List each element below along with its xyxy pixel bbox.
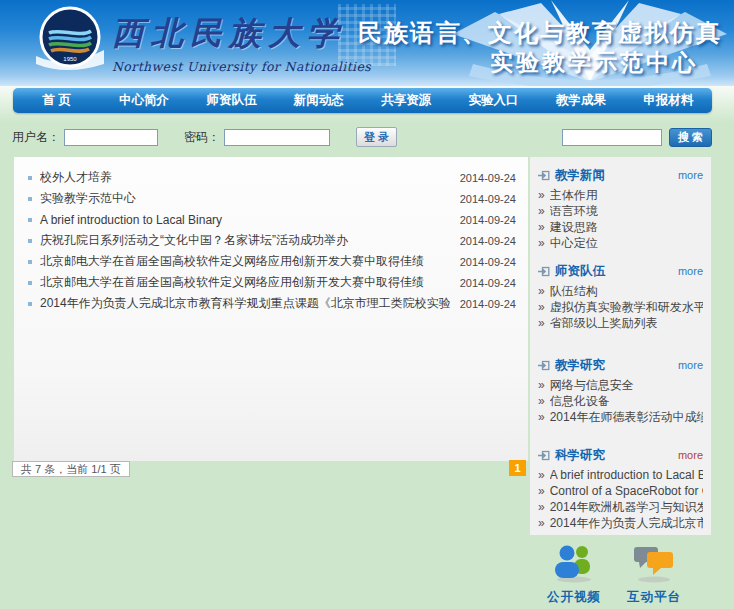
news-item[interactable]: 北京邮电大学在首届全国高校软件定义网络应用创新开发大赛中取得佳绩 2014-09… bbox=[14, 272, 528, 293]
sidebar-link[interactable]: »省部级以上奖励列表 bbox=[538, 315, 703, 331]
news-item-title[interactable]: 校外人才培养 bbox=[40, 169, 450, 186]
news-item-date: 2014-09-24 bbox=[460, 193, 516, 205]
page: 1950 西北民族大学 Northwest University for Nat… bbox=[0, 0, 734, 609]
sidebar-link[interactable]: »A brief introduction to Lacal Bi bbox=[538, 467, 703, 483]
section-header: 教学新闻 more bbox=[538, 167, 703, 183]
main-nav: 首 页 中心简介 师资队伍 新闻动态 共享资源 实验入口 教学成果 申报材料 bbox=[13, 88, 712, 113]
bullet-icon bbox=[28, 239, 32, 243]
university-names: 西北民族大学 Northwest University for National… bbox=[112, 12, 371, 74]
section-icon bbox=[538, 266, 550, 277]
news-item-date: 2014-09-24 bbox=[460, 235, 516, 247]
sidebar: 教学新闻 more »主体作用 »语言环境 »建设思路 »中心定位 师资队伍 m… bbox=[530, 157, 711, 535]
sidebar-link[interactable]: »中心定位 bbox=[538, 235, 703, 251]
sidebar-link[interactable]: »主体作用 bbox=[538, 187, 703, 203]
sidebar-link[interactable]: »2014年作为负责人完成北京市教育科 bbox=[538, 515, 703, 531]
bullet-icon bbox=[28, 260, 32, 264]
sidebar-link[interactable]: »Control of a SpaceRobot for Capt bbox=[538, 483, 703, 499]
news-item-date: 2014-09-24 bbox=[460, 298, 516, 310]
bullet-icon bbox=[28, 302, 32, 306]
chevron-icon: » bbox=[538, 410, 545, 424]
username-label: 用户名： bbox=[12, 129, 60, 146]
section-title[interactable]: 教学研究 bbox=[555, 357, 605, 374]
news-item[interactable]: 校外人才培养 2014-09-24 bbox=[14, 167, 528, 188]
people-icon bbox=[551, 541, 597, 587]
news-item-date: 2014-09-24 bbox=[460, 172, 516, 184]
news-item-title[interactable]: 庆祝孔院日系列活动之“文化中国？名家讲坛”活动成功举办 bbox=[40, 232, 450, 249]
sidebar-section-teaching-news: 教学新闻 more »主体作用 »语言环境 »建设思路 »中心定位 bbox=[538, 167, 703, 251]
news-item-date: 2014-09-24 bbox=[460, 214, 516, 226]
sidebar-link[interactable]: »2014年在师德表彰活动中成绩显著被 bbox=[538, 409, 703, 425]
news-item-title[interactable]: 北京邮电大学在首届全国高校软件定义网络应用创新开发大赛中取得佳绩 bbox=[40, 253, 450, 270]
sidebar-link[interactable]: »虚拟仿真实验教学和研发水平 bbox=[538, 299, 703, 315]
login-bar: 用户名： 密码： 登 录 搜 索 bbox=[0, 126, 734, 148]
public-video-label: 公开视频 bbox=[547, 589, 601, 606]
more-link[interactable]: more bbox=[678, 449, 703, 461]
nav-item-news[interactable]: 新闻动态 bbox=[275, 92, 362, 109]
section-header: 科学研究 more bbox=[538, 447, 703, 463]
password-input[interactable] bbox=[224, 129, 330, 146]
interactive-platform-label: 互动平台 bbox=[627, 589, 681, 606]
university-logo-icon: 1950 bbox=[34, 6, 106, 76]
news-item-date: 2014-09-24 bbox=[460, 256, 516, 268]
nav-item-faculty[interactable]: 师资队伍 bbox=[188, 92, 275, 109]
search-button[interactable]: 搜 索 bbox=[669, 128, 712, 147]
chevron-icon: » bbox=[538, 284, 545, 298]
site-title-line1: 民族语言、文化与教育虚拟仿真 bbox=[358, 17, 722, 49]
sidebar-link[interactable]: »2014年欧洲机器学习与知识发现国际 bbox=[538, 499, 703, 515]
chevron-icon: » bbox=[538, 378, 545, 392]
news-list: 校外人才培养 2014-09-24 实验教学示范中心 2014-09-24 A … bbox=[14, 157, 528, 461]
chevron-icon: » bbox=[538, 188, 545, 202]
news-item[interactable]: 2014年作为负责人完成北京市教育科学规划重点课题《北京市理工类院校实验教师队伍… bbox=[14, 293, 528, 314]
nav-item-shared-resources[interactable]: 共享资源 bbox=[363, 92, 450, 109]
password-label: 密码： bbox=[184, 129, 220, 146]
university-name-cn: 西北民族大学 bbox=[112, 12, 371, 56]
nav-item-teaching-achievements[interactable]: 教学成果 bbox=[537, 92, 624, 109]
search-input[interactable] bbox=[562, 129, 662, 146]
pagination-page-1[interactable]: 1 bbox=[509, 460, 526, 476]
sidebar-link[interactable]: »建设思路 bbox=[538, 219, 703, 235]
nav-item-center-intro[interactable]: 中心简介 bbox=[100, 92, 187, 109]
sidebar-link[interactable]: »信息化设备 bbox=[538, 393, 703, 409]
chevron-icon: » bbox=[538, 500, 545, 514]
section-title[interactable]: 教学新闻 bbox=[555, 167, 605, 184]
news-item[interactable]: 庆祝孔院日系列活动之“文化中国？名家讲坛”活动成功举办 2014-09-24 bbox=[14, 230, 528, 251]
chevron-icon: » bbox=[538, 300, 545, 314]
more-link[interactable]: more bbox=[678, 169, 703, 181]
chevron-icon: » bbox=[538, 484, 545, 498]
more-link[interactable]: more bbox=[678, 265, 703, 277]
interactive-platform-link[interactable]: 互动平台 bbox=[614, 541, 694, 606]
news-item[interactable]: 北京邮电大学在首届全国高校软件定义网络应用创新开发大赛中取得佳绩 2014-09… bbox=[14, 251, 528, 272]
more-link[interactable]: more bbox=[678, 359, 703, 371]
sidebar-section-teaching-research: 教学研究 more »网络与信息安全 »信息化设备 »2014年在师德表彰活动中… bbox=[538, 357, 703, 425]
footer-quick-links: 公开视频 互动平台 bbox=[534, 541, 711, 606]
nav-item-home[interactable]: 首 页 bbox=[13, 92, 100, 109]
section-header: 师资队伍 more bbox=[538, 263, 703, 279]
section-header: 教学研究 more bbox=[538, 357, 703, 373]
news-item-title[interactable]: A brief introduction to Lacal Binary bbox=[40, 213, 450, 227]
public-video-link[interactable]: 公开视频 bbox=[534, 541, 614, 606]
nav-item-experiment-entry[interactable]: 实验入口 bbox=[450, 92, 537, 109]
login-button[interactable]: 登 录 bbox=[356, 127, 397, 147]
news-item-date: 2014-09-24 bbox=[460, 277, 516, 289]
news-item[interactable]: 实验教学示范中心 2014-09-24 bbox=[14, 188, 528, 209]
chat-icon bbox=[631, 541, 677, 587]
news-item-title[interactable]: 实验教学示范中心 bbox=[40, 190, 450, 207]
bullet-icon bbox=[28, 281, 32, 285]
sidebar-link[interactable]: »网络与信息安全 bbox=[538, 377, 703, 393]
bullet-icon bbox=[28, 197, 32, 201]
section-title[interactable]: 师资队伍 bbox=[555, 263, 605, 280]
username-input[interactable] bbox=[64, 129, 158, 146]
news-item[interactable]: A brief introduction to Lacal Binary 201… bbox=[14, 209, 528, 230]
sidebar-section-faculty: 师资队伍 more »队伍结构 »虚拟仿真实验教学和研发水平 »省部级以上奖励列… bbox=[538, 263, 703, 331]
chevron-icon: » bbox=[538, 468, 545, 482]
news-item-title[interactable]: 北京邮电大学在首届全国高校软件定义网络应用创新开发大赛中取得佳绩 bbox=[40, 274, 450, 291]
nav-item-application-materials[interactable]: 申报材料 bbox=[625, 92, 712, 109]
chevron-icon: » bbox=[538, 516, 545, 530]
emblem-year: 1950 bbox=[63, 56, 77, 62]
bullet-icon bbox=[28, 176, 32, 180]
section-icon bbox=[538, 170, 550, 181]
sidebar-link[interactable]: »语言环境 bbox=[538, 203, 703, 219]
section-title[interactable]: 科学研究 bbox=[555, 447, 605, 464]
sidebar-link[interactable]: »队伍结构 bbox=[538, 283, 703, 299]
news-item-title[interactable]: 2014年作为负责人完成北京市教育科学规划重点课题《北京市理工类院校实验教师队伍… bbox=[40, 295, 450, 312]
